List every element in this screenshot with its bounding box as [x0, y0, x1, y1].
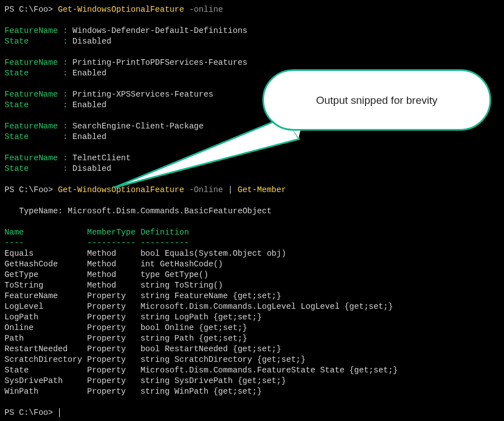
- header-underline-def: ----------: [141, 238, 189, 247]
- typename-label: TypeName:: [4, 207, 68, 216]
- typename-line: TypeName: Microsoft.Dism.Commands.BasicF…: [4, 206, 500, 217]
- cursor: [59, 408, 60, 417]
- feature-state-line: State : Disabled: [4, 164, 500, 174]
- member-row: ScratchDirectory Property string Scratch…: [4, 355, 500, 365]
- blank-line: [4, 111, 500, 121]
- prompt-line-3[interactable]: PS C:\Foo>: [4, 408, 500, 418]
- header-membertype: MemberType: [87, 228, 141, 237]
- feature-name-line: FeatureName : Printing-PrintToPDFService…: [4, 58, 500, 68]
- member-row: Path Property string Path {get;set;}: [4, 333, 500, 344]
- prompt-3: PS C:\Foo>: [4, 408, 58, 417]
- blank-line: [4, 79, 500, 89]
- member-header-underline: ---- ---------- ----------: [4, 238, 500, 248]
- blank-line: [4, 174, 500, 185]
- member-row: RestartNeeded Property bool RestartNeede…: [4, 344, 500, 355]
- prompt-line-1: PS C:\Foo> Get-WindowsOptionalFeature -o…: [4, 4, 500, 15]
- member-row: FeatureName Property string FeatureName …: [4, 291, 500, 302]
- cmd2-name: Get-WindowsOptionalFeature: [58, 185, 184, 194]
- feature-name-line: FeatureName : TelnetClient: [4, 153, 500, 164]
- features-output: FeatureName : Windows-Defender-Default-D…: [4, 26, 500, 185]
- member-row: SysDrivePath Property string SysDrivePat…: [4, 376, 500, 386]
- feature-name-line: FeatureName : Printing-XPSServices-Featu…: [4, 89, 500, 100]
- member-row: WinPath Property string WinPath {get;set…: [4, 386, 500, 397]
- blank-line: [4, 195, 500, 206]
- feature-name-line: FeatureName : Windows-Defender-Default-D…: [4, 26, 500, 36]
- member-row: ToString Method string ToString(): [4, 280, 500, 291]
- header-underline-type: ----------: [87, 238, 141, 247]
- header-name: Name: [4, 228, 87, 237]
- feature-state-line: State : Disabled: [4, 36, 500, 47]
- typename-value: Microsoft.Dism.Commands.BasicFeatureObje…: [68, 207, 271, 216]
- member-row: Online Property bool Online {get;set;}: [4, 323, 500, 333]
- prompt-line-2: PS C:\Foo> Get-WindowsOptionalFeature -O…: [4, 185, 500, 195]
- blank-line: [4, 142, 500, 153]
- member-row: GetHashCode Method int GetHashCode(): [4, 259, 500, 270]
- feature-state-line: State : Enabled: [4, 68, 500, 79]
- prompt-2: PS C:\Foo>: [4, 185, 58, 194]
- pipe: |: [223, 185, 238, 194]
- member-row: GetType Method type GetType(): [4, 270, 500, 280]
- feature-state-line: State : Enabled: [4, 132, 500, 142]
- members-output: Equals Method bool Equals(System.Object …: [4, 248, 500, 397]
- feature-name-line: FeatureName : SearchEngine-Client-Packag…: [4, 121, 500, 132]
- member-row: LogLevel Property Microsoft.Dism.Command…: [4, 302, 500, 312]
- blank-line: [4, 15, 500, 26]
- member-row: Equals Method bool Equals(System.Object …: [4, 248, 500, 259]
- header-definition: Definition: [141, 228, 189, 237]
- cmd1-name: Get-WindowsOptionalFeature: [58, 5, 184, 14]
- header-underline-name: ----: [4, 238, 87, 247]
- member-row: State Property Microsoft.Dism.Commands.F…: [4, 365, 500, 376]
- feature-state-line: State : Enabled: [4, 100, 500, 111]
- cmd2-param: -Online: [184, 185, 223, 194]
- member-row: LogPath Property string LogPath {get;set…: [4, 312, 500, 323]
- cmd2-name2: Get-Member: [238, 185, 286, 194]
- cmd1-param: -online: [184, 5, 223, 14]
- blank-line: [4, 217, 500, 227]
- blank-line: [4, 397, 500, 408]
- blank-line: [4, 47, 500, 58]
- prompt-1: PS C:\Foo>: [4, 5, 58, 14]
- member-header: Name MemberType Definition: [4, 227, 500, 238]
